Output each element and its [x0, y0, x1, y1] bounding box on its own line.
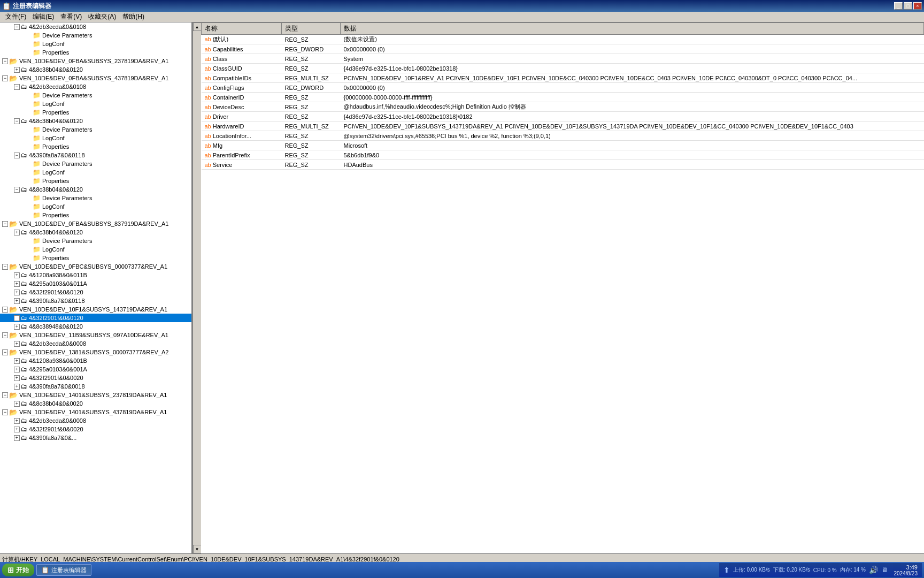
- tree-collapse-button[interactable]: −: [14, 84, 20, 90]
- tree-collapse-button[interactable]: −: [14, 153, 20, 158]
- tree-item[interactable]: −📂VEN_10DE&DEV_1401&SUBSYS_437819DA&REV_…: [0, 408, 191, 416]
- tree-collapse-button[interactable]: −: [2, 332, 8, 338]
- table-row[interactable]: abLocationInfor...REG_SZ@system32\driver…: [202, 131, 924, 141]
- tree-item[interactable]: +🗂4&295a0103&0&001A: [0, 365, 191, 374]
- tree-item[interactable]: −🗂4&8c38b04&0&0120: [0, 185, 191, 194]
- tree-expand-button[interactable]: +: [14, 341, 20, 347]
- tree-expand-button[interactable]: +: [14, 427, 20, 432]
- tree-item[interactable]: 📁Properties: [0, 108, 191, 117]
- tree-item[interactable]: −📂VEN_10DE&DEV_1381&SUBSYS_000073777&REV…: [0, 348, 191, 356]
- tree-item[interactable]: +🗂4&1208a938&0&011B: [0, 271, 191, 279]
- menu-favorites[interactable]: 收藏夹(A): [85, 11, 119, 22]
- tree-item[interactable]: +🗂4&390fa8a7&0&...: [0, 434, 191, 442]
- maximize-button[interactable]: □: [904, 2, 912, 10]
- tree-collapse-button[interactable]: −: [14, 187, 20, 193]
- table-row[interactable]: ab(默认)REG_SZ(数值未设置): [202, 35, 924, 44]
- tree-expand-button[interactable]: +: [14, 384, 20, 390]
- tree-item[interactable]: +🗂4&8c38b04&0&0020: [0, 399, 191, 408]
- tree-collapse-button[interactable]: −: [2, 58, 8, 64]
- minimize-button[interactable]: _: [894, 2, 903, 10]
- tree-item[interactable]: +🗂4&32f2901f&0&0020: [0, 425, 191, 434]
- tree-collapse-button[interactable]: −: [14, 24, 20, 30]
- tree-expand-button[interactable]: +: [14, 67, 20, 73]
- table-row[interactable]: abConfigFlagsREG_DWORD0x00000000 (0): [202, 83, 924, 93]
- tree-expand-button[interactable]: +: [14, 401, 20, 407]
- tree-item[interactable]: 📁Device Parameters: [0, 125, 191, 134]
- tree-item[interactable]: 📁LogConf: [0, 100, 191, 108]
- tree-item[interactable]: 📁LogConf: [0, 40, 191, 48]
- tree-item[interactable]: +🗂4&2db3ecda&0&0008: [0, 416, 191, 425]
- tree-item[interactable]: 📁Properties: [0, 177, 191, 185]
- table-row[interactable]: abCapabilitiesREG_DWORD0x00000000 (0): [202, 44, 924, 54]
- tree-item[interactable]: −📂VEN_10DE&DEV_0FBA&SUBSYS_237819DA&REV_…: [0, 57, 191, 65]
- tree-item[interactable]: 📁Device Parameters: [0, 237, 191, 245]
- table-row[interactable]: abServiceREG_SZHDAudBus: [202, 160, 924, 170]
- tree-expand-button[interactable]: +: [14, 281, 20, 287]
- tree-item[interactable]: −🗂4&8c38b04&0&0120: [0, 117, 191, 125]
- menu-edit[interactable]: 编辑(E): [29, 11, 57, 22]
- tree-item[interactable]: −🗂4&2db3ecda&0&0108: [0, 22, 191, 31]
- scroll-down-button[interactable]: ▼: [193, 545, 202, 553]
- tree-collapse-button[interactable]: −: [2, 221, 8, 227]
- tree-expand-button[interactable]: +: [14, 298, 20, 304]
- menu-help[interactable]: 帮助(H): [119, 11, 148, 22]
- tree-item[interactable]: −📂VEN_10DE&DEV_10F1&SUBSYS_143719DA&REV_…: [0, 305, 191, 314]
- table-row[interactable]: abContainerIDREG_SZ{00000000-0000-0000-f…: [202, 93, 924, 102]
- table-row[interactable]: abParentIdPrefixREG_SZ5&b6db1f9&0: [202, 150, 924, 160]
- tree-collapse-button[interactable]: −: [14, 118, 20, 124]
- tree-item[interactable]: 📁Device Parameters: [0, 194, 191, 202]
- tree-item[interactable]: 📁Device Parameters: [0, 31, 191, 40]
- tree-expand-button[interactable]: +: [14, 367, 20, 372]
- tree-item[interactable]: +🗂4&390fa8a7&0&0018: [0, 382, 191, 391]
- scroll-track[interactable]: [194, 31, 201, 545]
- menu-file[interactable]: 文件(F): [2, 11, 29, 22]
- tree-item[interactable]: +🗂4&8c38948&0&0120: [0, 322, 191, 331]
- tree-collapse-button[interactable]: −: [2, 75, 8, 81]
- tree-collapse-button[interactable]: −: [2, 307, 8, 313]
- tree-item[interactable]: +🗂4&32f2901f&0&0120: [0, 314, 191, 322]
- table-row[interactable]: abMfgREG_SZMicrosoft: [202, 141, 924, 150]
- tree-item[interactable]: 📁LogConf: [0, 202, 191, 211]
- tree-collapse-button[interactable]: −: [2, 409, 8, 415]
- tree-scrollbar[interactable]: ▲ ▼: [192, 22, 201, 553]
- tree-expand-button[interactable]: +: [14, 324, 20, 330]
- tree-item[interactable]: −🗂4&2db3ecda&0&0108: [0, 82, 191, 91]
- menu-view[interactable]: 查看(V): [57, 11, 85, 22]
- tree-item[interactable]: −📂VEN_10DE&DEV_0FBC&SUBSYS_00007377&REV_…: [0, 262, 191, 271]
- tree-item[interactable]: +🗂4&2db3ecda&0&0008: [0, 339, 191, 348]
- tree-expand-button[interactable]: +: [14, 435, 20, 441]
- tree-item[interactable]: 📁LogConf: [0, 245, 191, 254]
- tree-item[interactable]: −📂VEN_10DE&DEV_0FBA&SUBSYS_437819DA&REV_…: [0, 74, 191, 82]
- tree-collapse-button[interactable]: −: [2, 392, 8, 398]
- close-button[interactable]: ×: [913, 2, 922, 10]
- tree-item[interactable]: −📂VEN_10DE&DEV_1401&SUBSYS_237819DA&REV_…: [0, 391, 191, 399]
- tree-item[interactable]: +🗂4&8c38b04&0&0120: [0, 65, 191, 74]
- detail-panel[interactable]: 名称 类型 数据 ab(默认)REG_SZ(数值未设置)abCapabiliti…: [201, 22, 924, 553]
- tree-item[interactable]: +🗂4&32f2901f&0&0120: [0, 288, 191, 296]
- table-row[interactable]: abCompatibleIDsREG_MULTI_SZPCI\VEN_10DE&…: [202, 73, 924, 83]
- tree-item[interactable]: 📁LogConf: [0, 168, 191, 177]
- tree-collapse-button[interactable]: −: [2, 264, 8, 270]
- scroll-up-button[interactable]: ▲: [193, 22, 202, 31]
- tree-collapse-button[interactable]: −: [2, 349, 8, 355]
- tree-item[interactable]: 📁Device Parameters: [0, 91, 191, 100]
- table-row[interactable]: abHardwareIDREG_MULTI_SZPCI\VEN_10DE&DEV…: [202, 121, 924, 131]
- taskbar-task-regedit[interactable]: 📋 注册表编辑器: [36, 564, 91, 576]
- tree-item[interactable]: 📁LogConf: [0, 134, 191, 142]
- tree-item[interactable]: 📁Properties: [0, 142, 191, 151]
- tree-panel[interactable]: −🗂4&2db3ecda&0&0108📁Device Parameters📁Lo…: [0, 22, 192, 553]
- start-button[interactable]: ⊞ 开始: [2, 564, 34, 576]
- tree-item[interactable]: 📁Properties: [0, 48, 191, 57]
- tree-item[interactable]: −📂VEN_10DE&DEV_11B9&SUBSYS_097A10DE&REV_…: [0, 331, 191, 339]
- tree-item[interactable]: +🗂4&1208a938&0&001B: [0, 356, 191, 365]
- tree-expand-button[interactable]: +: [14, 358, 20, 364]
- tree-expand-button[interactable]: +: [14, 230, 20, 235]
- tree-item[interactable]: +🗂4&390fa8a7&0&0118: [0, 296, 191, 305]
- tree-item[interactable]: 📁Properties: [0, 254, 191, 262]
- tree-item[interactable]: +🗂4&295a0103&0&011A: [0, 279, 191, 288]
- tree-item[interactable]: 📁Properties: [0, 211, 191, 219]
- tree-expand-button[interactable]: +: [14, 290, 20, 295]
- table-row[interactable]: abClassREG_SZSystem: [202, 54, 924, 64]
- tree-item[interactable]: +🗂4&8c38b04&0&0120: [0, 228, 191, 237]
- tree-item[interactable]: −🗂4&390fa8a7&0&0118: [0, 151, 191, 159]
